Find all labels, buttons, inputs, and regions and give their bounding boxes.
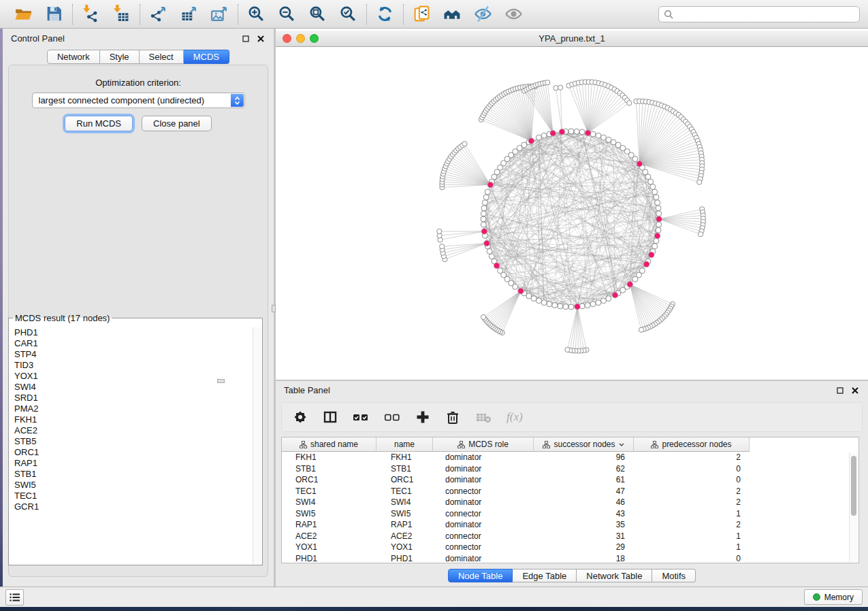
tab-style[interactable]: Style [100,50,140,64]
delete-table-button[interactable] [474,408,493,426]
float-panel-button[interactable] [241,34,251,44]
list-item[interactable]: ACE2 [14,425,253,436]
add-column-button[interactable] [414,408,432,426]
float-table-panel-button[interactable] [835,386,845,395]
table-row[interactable]: TEC1TEC1connector472 [282,486,858,497]
fx-icon: f(x) [507,410,523,423]
table-settings-button[interactable] [291,408,309,426]
function-builder-button[interactable]: f(x) [505,409,524,425]
export-image-button[interactable] [210,4,229,24]
memory-button[interactable]: Memory [804,589,863,605]
column-type-icon [300,441,307,448]
cell: 18 [534,554,634,563]
export-table-button[interactable] [179,4,199,24]
list-item[interactable]: STB1 [14,469,253,480]
zoom-selected-button[interactable] [338,4,358,24]
cell: FKH1 [376,452,433,462]
list-item[interactable]: SWI5 [14,480,253,491]
list-item[interactable]: ORC1 [14,447,253,458]
table-tabs: Node TableEdge TableNetwork TableMotifs [276,569,868,582]
tab-network[interactable]: Network [47,50,100,64]
close-table-panel-button[interactable] [850,386,860,395]
result-scrollbar[interactable] [253,327,261,564]
list-item[interactable]: CAR1 [14,338,253,349]
column-header-mcds-role[interactable]: MCDS role [433,437,534,452]
show-all-button[interactable] [504,4,524,24]
zoom-fit-button[interactable] [308,4,327,24]
column-header-name[interactable]: name [376,437,433,452]
tab-motifs[interactable]: Motifs [652,569,696,582]
list-item[interactable]: STB5 [14,436,253,447]
tab-select[interactable]: Select [140,50,184,64]
delete-column-button[interactable] [444,408,462,426]
zoom-in-button[interactable] [246,4,266,24]
cell: 96 [534,452,634,462]
table-row[interactable]: YOX1YOX1connector291 [282,542,858,553]
refresh-icon [376,5,394,23]
close-mcds-panel-button[interactable]: Close panel [142,116,212,131]
cell: ORC1 [282,475,376,484]
scrollbar-thumb[interactable] [851,456,856,516]
table-row[interactable]: FKH1FKH1dominator962 [282,452,858,463]
column-header-shared-name[interactable]: shared name [282,437,376,452]
network-from-selection-button[interactable] [412,4,432,24]
table-row[interactable]: RAP1RAP1dominator352 [282,519,858,531]
workspace: Control Panel NetworkStyleSelectMCDS Opt… [3,29,868,587]
close-window-icon[interactable] [283,34,291,43]
maximize-window-icon[interactable] [310,34,319,43]
zoom-out-button[interactable] [277,4,297,24]
list-item[interactable]: SRD1 [14,393,253,403]
import-network-button[interactable] [81,4,101,24]
column-label: name [394,440,415,449]
table-scrollbar[interactable] [849,452,858,562]
list-item[interactable]: PHD1 [14,327,253,338]
list-item[interactable]: STP4 [14,349,253,360]
horizontal-splitter-handle[interactable] [217,379,225,383]
column-header-successor-nodes[interactable]: successor nodes [534,437,634,452]
tab-network-table[interactable]: Network Table [577,569,652,582]
zoom-group [238,4,366,24]
tab-edge-table[interactable]: Edge Table [513,569,577,582]
table-row[interactable]: ACE2ACE2connector311 [282,531,858,542]
cell: 31 [534,531,634,541]
open-session-button[interactable] [14,4,33,24]
table-row[interactable]: SWI5SWI5connector431 [282,508,858,520]
run-mcds-button[interactable]: Run MCDS [65,116,133,131]
list-item[interactable]: PMA2 [14,403,253,414]
table-row[interactable]: STB1STB1dominator620 [282,463,858,475]
cell: TEC1 [376,486,433,496]
criterion-select[interactable]: largest connected component (undirected) [32,93,245,108]
deselect-all-button[interactable] [383,408,402,426]
network-canvas-svg[interactable] [276,47,868,380]
table-row[interactable]: PHD1PHD1dominator180 [282,553,858,564]
tab-mcds[interactable]: MCDS [184,50,229,64]
first-neighbors-button[interactable] [443,4,462,24]
list-item[interactable]: RAP1 [14,458,253,469]
show-columns-button[interactable] [321,408,339,426]
column-header-predecessor-nodes[interactable]: predecessor nodes [634,437,750,452]
list-item[interactable]: TEC1 [14,491,253,501]
cell: 46 [534,497,634,507]
network-window: YPA_prune.txt_1 [276,29,868,379]
save-session-button[interactable] [44,4,64,24]
list-item[interactable]: TID3 [14,360,253,371]
tab-node-table[interactable]: Node Table [448,569,513,582]
vertical-splitter-handle[interactable] [272,305,276,312]
list-item[interactable]: FKH1 [14,414,253,425]
control-panel-tabs: NetworkStyleSelectMCDS [3,50,274,64]
table-row[interactable]: ORC1ORC1dominator610 [282,474,858,486]
list-item[interactable]: SWI4 [14,382,253,393]
apply-layout-button[interactable] [375,4,395,24]
hide-selected-button[interactable] [473,4,493,24]
list-item[interactable]: GCR1 [14,501,253,512]
import-table-button[interactable] [112,4,131,24]
select-all-button[interactable] [351,408,370,426]
close-panel-button[interactable] [256,34,266,44]
minimize-window-icon[interactable] [296,34,305,43]
cell: SWI5 [376,509,433,518]
task-history-button[interactable] [5,589,24,606]
table-row[interactable]: SWI4SWI4dominator462 [282,497,858,508]
search-input[interactable] [658,6,860,22]
export-network-button[interactable] [148,4,168,24]
optimization-label: Optimization criterion: [9,78,268,88]
